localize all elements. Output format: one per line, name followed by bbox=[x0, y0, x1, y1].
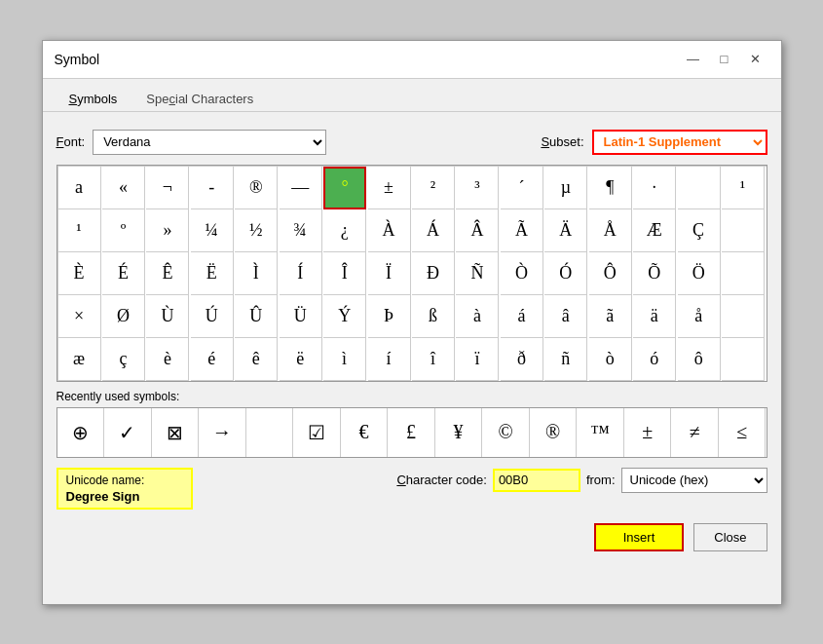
recent-cell[interactable]: → bbox=[199, 408, 246, 457]
char-cell[interactable]: µ bbox=[544, 167, 587, 209]
char-cell[interactable]: Ó bbox=[544, 252, 587, 295]
minimize-button[interactable]: — bbox=[680, 49, 707, 70]
char-cell[interactable]: — bbox=[280, 167, 322, 209]
recent-cell[interactable]: ≠ bbox=[671, 408, 719, 457]
char-cell[interactable]: â bbox=[544, 295, 587, 338]
char-cell[interactable]: í bbox=[368, 338, 411, 381]
char-cell[interactable]: ó bbox=[633, 338, 676, 381]
char-cell[interactable]: ß bbox=[412, 295, 455, 338]
char-cell[interactable]: Í bbox=[280, 252, 322, 295]
char-cell[interactable]: · bbox=[633, 167, 676, 209]
recent-cell[interactable]: ® bbox=[530, 408, 578, 457]
char-cell[interactable]: Û bbox=[235, 295, 278, 338]
char-cell[interactable]: « bbox=[102, 167, 145, 209]
char-cell[interactable]: À bbox=[368, 209, 411, 252]
char-cell[interactable]: ´ bbox=[501, 167, 543, 209]
recent-cell[interactable]: ⊠ bbox=[152, 408, 200, 457]
char-cell[interactable]: × bbox=[58, 295, 101, 338]
char-cell[interactable]: Î bbox=[323, 252, 366, 295]
char-cell[interactable] bbox=[678, 167, 721, 209]
insert-button[interactable]: Insert bbox=[594, 523, 685, 551]
char-cell[interactable]: Æ bbox=[633, 209, 676, 252]
char-cell[interactable]: Ý bbox=[323, 295, 366, 338]
char-cell[interactable]: É bbox=[102, 252, 145, 295]
recent-cell[interactable]: ± bbox=[624, 408, 672, 457]
char-cell[interactable]: ò bbox=[589, 338, 632, 381]
from-select[interactable]: Unicode (hex) bbox=[621, 468, 767, 493]
char-cell[interactable]: Ï bbox=[368, 252, 411, 295]
char-cell[interactable]: Â bbox=[456, 209, 499, 252]
char-cell[interactable]: ¾ bbox=[280, 209, 322, 252]
char-cell[interactable]: à bbox=[456, 295, 499, 338]
char-cell[interactable]: é bbox=[191, 338, 234, 381]
recent-cell[interactable]: € bbox=[341, 408, 389, 457]
char-cell[interactable]: Ù bbox=[146, 295, 189, 338]
char-cell[interactable] bbox=[722, 209, 765, 252]
font-select[interactable]: Verdana bbox=[93, 130, 326, 155]
recent-cell[interactable] bbox=[246, 408, 294, 457]
char-cell[interactable]: Å bbox=[589, 209, 632, 252]
char-cell[interactable]: Ë bbox=[191, 252, 234, 295]
char-cell[interactable]: Õ bbox=[633, 252, 676, 295]
char-cell[interactable]: ³ bbox=[456, 167, 499, 209]
char-cell[interactable]: » bbox=[146, 209, 189, 252]
char-cell[interactable]: Ð bbox=[412, 252, 455, 295]
char-cell[interactable]: ð bbox=[501, 338, 543, 381]
char-cell[interactable] bbox=[722, 252, 765, 295]
char-cell[interactable]: ë bbox=[280, 338, 322, 381]
char-cell[interactable]: ® bbox=[235, 167, 278, 209]
char-cell[interactable]: Ø bbox=[102, 295, 145, 338]
recent-cell[interactable]: ☑ bbox=[293, 408, 341, 457]
recent-cell[interactable]: ™ bbox=[577, 408, 624, 457]
char-cell[interactable]: Ä bbox=[544, 209, 587, 252]
close-button[interactable]: Close bbox=[693, 523, 767, 551]
char-cell[interactable]: ± bbox=[368, 167, 411, 209]
char-cell[interactable]: ñ bbox=[544, 338, 587, 381]
char-cell[interactable]: ¹ bbox=[58, 209, 101, 252]
char-cell[interactable] bbox=[722, 295, 765, 338]
char-cell[interactable]: - bbox=[191, 167, 234, 209]
char-cell[interactable]: Ç bbox=[678, 209, 721, 252]
tab-symbols[interactable]: Symbols bbox=[55, 87, 132, 111]
char-cell[interactable]: Ì bbox=[235, 252, 278, 295]
char-cell[interactable]: Ü bbox=[280, 295, 322, 338]
tab-special-characters[interactable]: Special Characters bbox=[131, 87, 268, 111]
charcode-input[interactable] bbox=[493, 469, 580, 492]
char-cell[interactable]: È bbox=[58, 252, 101, 295]
char-cell[interactable]: å bbox=[678, 295, 721, 338]
recent-cell[interactable]: ⊕ bbox=[57, 408, 105, 457]
char-cell[interactable]: á bbox=[501, 295, 543, 338]
char-cell[interactable]: Á bbox=[412, 209, 455, 252]
recent-cell[interactable]: £ bbox=[388, 408, 435, 457]
char-cell[interactable]: ° bbox=[323, 167, 366, 209]
char-cell[interactable]: ¿ bbox=[323, 209, 366, 252]
recent-cell[interactable]: © bbox=[482, 408, 530, 457]
recent-cell[interactable]: ≤ bbox=[719, 408, 767, 457]
char-cell[interactable]: ç bbox=[102, 338, 145, 381]
char-cell[interactable]: º bbox=[102, 209, 145, 252]
char-cell[interactable]: ä bbox=[633, 295, 676, 338]
recent-cell[interactable]: ✓ bbox=[104, 408, 152, 457]
char-cell[interactable]: a bbox=[58, 167, 101, 209]
maximize-button[interactable]: □ bbox=[711, 49, 738, 70]
char-cell[interactable]: è bbox=[146, 338, 189, 381]
char-cell[interactable]: Ö bbox=[678, 252, 721, 295]
char-cell[interactable]: ¬ bbox=[146, 167, 189, 209]
char-cell[interactable]: Ô bbox=[589, 252, 632, 295]
close-window-button[interactable]: ✕ bbox=[742, 49, 769, 70]
char-cell[interactable] bbox=[722, 338, 765, 381]
recent-cell[interactable]: ¥ bbox=[435, 408, 483, 457]
char-cell[interactable]: ã bbox=[589, 295, 632, 338]
char-cell[interactable]: ½ bbox=[235, 209, 278, 252]
char-cell[interactable]: æ bbox=[58, 338, 101, 381]
char-cell[interactable]: Þ bbox=[368, 295, 411, 338]
char-cell[interactable]: Ê bbox=[146, 252, 189, 295]
char-cell[interactable]: Ò bbox=[501, 252, 543, 295]
char-cell[interactable]: î bbox=[412, 338, 455, 381]
char-cell[interactable]: Ã bbox=[501, 209, 543, 252]
char-cell[interactable]: ï bbox=[456, 338, 499, 381]
char-cell[interactable]: Ú bbox=[191, 295, 234, 338]
subset-select[interactable]: Latin-1 Supplement bbox=[592, 130, 767, 155]
char-cell[interactable]: ¹ bbox=[722, 167, 765, 209]
char-cell[interactable]: ô bbox=[678, 338, 721, 381]
